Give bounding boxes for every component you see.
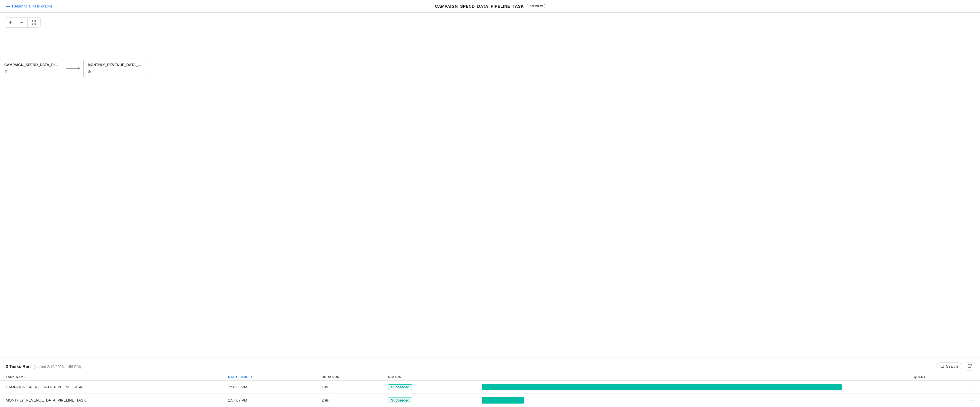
svg-rect-3	[35, 23, 36, 24]
zoom-in-button[interactable]: +	[5, 17, 16, 27]
dag-arrow-icon	[66, 65, 81, 71]
cell-duration: 2.9s	[316, 394, 382, 407]
cell-start-time: 1:56:38 PM	[222, 380, 316, 394]
col-header-start-time[interactable]: START TIME ↑	[222, 374, 316, 380]
page-title: CAMPAIGN_SPEND_DATA_PIPELINE_TASK	[435, 4, 524, 9]
svg-line-8	[969, 364, 971, 366]
bottom-header: 2 Tasks Ran (started 2/10/2023, 1:56 PM)…	[0, 358, 980, 374]
svg-rect-1	[35, 21, 36, 22]
col-header-task-name: TASK NAME	[0, 374, 222, 380]
table-header-row: TASK NAME START TIME ↑ DURATION STATUS Q…	[0, 374, 980, 380]
sort-arrow-icon: ↑	[251, 375, 253, 378]
tasks-table: TASK NAME START TIME ↑ DURATION STATUS Q…	[0, 374, 980, 407]
graph-area: + − CAMPAIGN_SPEND_DATA_PI... ⊕ MONTHLY_…	[0, 13, 980, 358]
svg-line-7	[943, 367, 944, 368]
more-options-button[interactable]: ···	[967, 383, 977, 391]
cell-bar	[476, 394, 908, 407]
status-badge: Succeeded	[388, 384, 412, 390]
col-header-duration: DURATION	[316, 374, 382, 380]
search-button[interactable]: Search	[936, 362, 962, 370]
dag-node-1[interactable]: CAMPAIGN_SPEND_DATA_PI... ⊕	[0, 59, 63, 78]
status-badge: Succeeded	[388, 397, 412, 403]
dag-node-1-title: CAMPAIGN_SPEND_DATA_PI...	[4, 63, 58, 67]
back-link-label: Return to all task graphs	[12, 4, 52, 8]
more-options-button[interactable]: ···	[967, 397, 977, 404]
dag-node-2[interactable]: MONTHLY_REVENUE_DATA_... ⊕	[83, 59, 146, 78]
table-row: CAMPAIGN_SPEND_DATA_PIPELINE_TASK 1:56:3…	[0, 380, 980, 394]
search-label: Search	[946, 364, 958, 369]
duration-bar	[482, 384, 842, 390]
duration-bar	[482, 397, 524, 404]
header-right: Search	[936, 362, 974, 370]
dag-node-2-title: MONTHLY_REVENUE_DATA_...	[88, 63, 141, 67]
top-bar: — Return to all task graphs CAMPAIGN_SPE…	[0, 0, 980, 13]
col-header-query: QUERY	[908, 374, 980, 380]
cell-status: Succeeded	[382, 394, 476, 407]
search-icon	[940, 364, 944, 369]
cell-start-time: 1:57:07 PM	[222, 394, 316, 407]
dag-node-2-icon: ⊕	[88, 69, 141, 74]
svg-rect-2	[32, 23, 33, 24]
zoom-out-button[interactable]: −	[16, 17, 28, 27]
dag-container: CAMPAIGN_SPEND_DATA_PI... ⊕ MONTHLY_REVE…	[0, 59, 146, 78]
tasks-ran-label: 2 Tasks Ran	[6, 364, 30, 369]
col-header-bar	[476, 374, 908, 380]
cell-task-name: MONTHLY_REVENUE_DATA_PIPELINE_TASK	[0, 394, 222, 407]
fit-icon	[32, 20, 36, 25]
dag-arrow	[63, 65, 83, 71]
cell-bar	[476, 380, 908, 394]
external-link-button[interactable]	[965, 362, 974, 370]
cell-query: ···	[908, 380, 980, 394]
cell-query: ···	[908, 394, 980, 407]
cell-task-name: CAMPAIGN_SPEND_DATA_PIPELINE_TASK	[0, 380, 222, 394]
preview-badge: PREVIEW	[527, 4, 545, 8]
svg-marker-5	[78, 67, 81, 70]
dag-node-1-icon: ⊕	[4, 69, 58, 74]
cell-duration: 19s	[316, 380, 382, 394]
col-header-status: STATUS	[382, 374, 476, 380]
back-link[interactable]: — Return to all task graphs	[6, 4, 52, 9]
svg-rect-0	[32, 21, 33, 22]
fit-button[interactable]	[27, 18, 40, 27]
graph-toolbar: + −	[5, 17, 41, 28]
tasks-ran-sub: (started 2/10/2023, 1:56 PM)	[33, 364, 81, 369]
bottom-panel: 2 Tasks Ran (started 2/10/2023, 1:56 PM)…	[0, 358, 980, 407]
back-arrow-icon: —	[6, 4, 10, 9]
table-row: MONTHLY_REVENUE_DATA_PIPELINE_TASK 1:57:…	[0, 394, 980, 407]
tasks-ran-section: 2 Tasks Ran (started 2/10/2023, 1:56 PM)	[6, 364, 81, 369]
cell-status: Succeeded	[382, 380, 476, 394]
external-link-icon	[967, 364, 972, 368]
